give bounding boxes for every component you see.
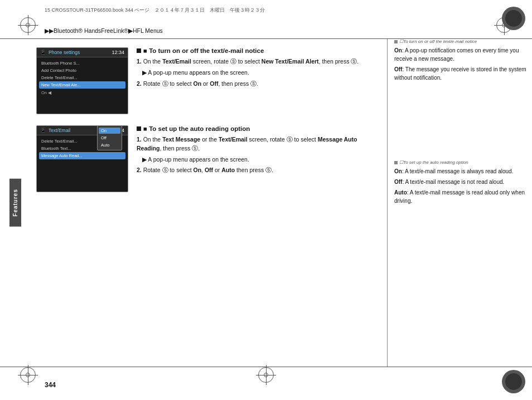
footer: 344 xyxy=(0,367,532,400)
popup-item-off: Off xyxy=(98,134,122,142)
step-2-1: 1. On the Text Message or the Text/Email… xyxy=(137,135,381,153)
screen-menu-item: Delete Text/Email... xyxy=(39,74,125,81)
screen-image-2: 📱 Text/Email 12:34 Delete Text/Email... … xyxy=(36,125,128,192)
top-right-inner-circle xyxy=(505,10,522,27)
section-1-title: ■ To turn on or off the text/e-mail noti… xyxy=(137,47,381,54)
header: 15 CROSSTOUR-31TP66500.book 344 ページ ２０１４… xyxy=(0,0,532,39)
right-column: ☐To turn on or off the text/e-mail notic… xyxy=(387,39,532,367)
screen-menu-item: Bluetooth Phone S... xyxy=(39,60,125,67)
note-1-body: On: A pop-up notification comes on every… xyxy=(394,46,529,82)
screen-image-1: 📱 Phone settings 12:34 Bluetooth Phone S… xyxy=(36,47,128,114)
page-number: 344 xyxy=(45,381,56,389)
screen-time-1: 12:34 xyxy=(112,50,124,55)
content-area: 📱 Phone settings 12:34 Bluetooth Phone S… xyxy=(31,39,387,367)
popup-menu: On Off Auto xyxy=(97,125,122,150)
file-meta: 15 CROSSTOUR-31TP66500.book 344 ページ ２０１４… xyxy=(45,7,265,14)
main-content: Features 📱 Phone settings 12:34 Bluetoot… xyxy=(0,39,532,367)
note-2-title: ☐To set up the auto reading option xyxy=(394,160,529,165)
screen-menu-item: Add Contact Photo xyxy=(39,67,125,74)
note-section-2: ☐To set up the auto reading option On: A… xyxy=(394,160,529,205)
text-content-1: ■ To turn on or off the text/e-mail noti… xyxy=(137,47,381,114)
popup-item-auto: Auto xyxy=(98,142,122,149)
screen-menu-item-selected: Message Auto Read... xyxy=(39,152,125,159)
screen-title-2: 📱 Text/Email xyxy=(40,128,70,133)
step-1-1: 1. On the Text/Email screen, rotate ⓢ to… xyxy=(137,57,381,66)
screen-title-1: 📱 Phone settings xyxy=(40,50,80,55)
sidebar: Features xyxy=(0,39,31,367)
popup-item-on: On xyxy=(99,128,120,134)
bottom-right-inner-circle xyxy=(505,373,522,390)
features-label: Features xyxy=(9,179,21,227)
screen-menu-item-selected: New Text/Email Ale... xyxy=(39,81,125,89)
note-2-body: On: A text/e-mail message is always read… xyxy=(394,167,529,205)
note-section-1: ☐To turn on or off the text/e-mail notic… xyxy=(394,39,529,82)
section-1: 📱 Phone settings 12:34 Bluetooth Phone S… xyxy=(36,47,381,114)
step-1-2: 2. Rotate ⓢ to select On or Off, then pr… xyxy=(137,80,381,89)
step-2-2: 2. Rotate ⓢ to select On, Off or Auto th… xyxy=(137,166,381,175)
note-1-title: ☐To turn on or off the text/e-mail notic… xyxy=(394,39,529,44)
section-2: 📱 Text/Email 12:34 Delete Text/Email... … xyxy=(36,125,381,192)
text-content-2: ■ To set up the auto reading option 1. O… xyxy=(137,125,381,192)
step-1-arrow: ▶ A pop-up menu appears on the screen. xyxy=(137,69,381,77)
breadcrumb: ▶▶Bluetooth® HandsFreeLink®▶HFL Menus xyxy=(45,27,163,34)
section-2-title: ■ To set up the auto reading option xyxy=(137,125,381,132)
step-2-arrow: ▶ A pop-up menu appears on the screen. xyxy=(137,155,381,164)
